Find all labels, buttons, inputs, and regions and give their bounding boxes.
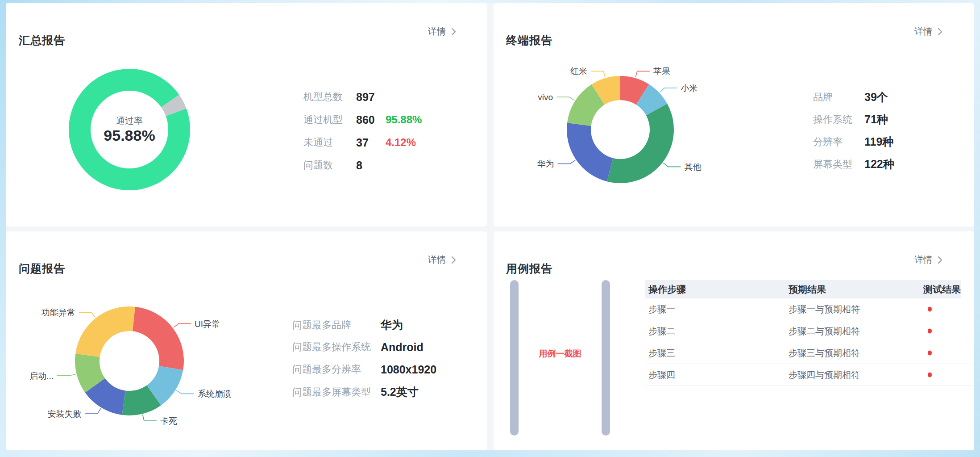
terminal-report-panel: 终端报告 详情 苹果小米其他华为vivo红米 品牌39个操作系统71种分辨率11… — [494, 3, 974, 226]
table-row: 步骤四步骤四与预期相符 — [645, 364, 974, 386]
table-row: 步骤一步骤一与预期相符 — [645, 298, 974, 320]
table-bottom-border — [645, 433, 974, 433]
column-header-step: 操作步骤 — [648, 283, 686, 296]
step-cell: 步骤一 — [648, 303, 675, 315]
detail-link-case[interactable]: 详情 — [914, 254, 943, 266]
stat-row: 问题最多分辨率1080x1920 — [292, 363, 436, 376]
stat-value: 华为 — [381, 318, 403, 332]
label-leader-line-其他 — [663, 163, 681, 167]
stat-value: Android — [381, 341, 424, 354]
stat-row: 分辨率119种 — [813, 134, 893, 149]
stat-row: 机型总数897 — [303, 90, 386, 104]
screenshot-frame-right-bar — [602, 280, 610, 436]
stat-label: 品牌 — [813, 90, 864, 104]
stat-label: 问题最多屏幕类型 — [292, 385, 381, 398]
slice-label-系统崩溃: 系统崩溃 — [198, 389, 232, 398]
stat-row: 问题最多操作系统Android — [292, 340, 424, 354]
table-body: 步骤一步骤一与预期相符步骤二步骤二与预期相符步骤三步骤三与预期相符步骤四步骤四与… — [645, 298, 974, 386]
stat-value: 860 — [356, 113, 386, 126]
label-leader-line-华为 — [558, 160, 576, 164]
stat-value: 1080x1920 — [381, 363, 436, 376]
dashboard-board: 汇总报告 详情 通过率95.88% 机型总数897通过机型86095.88%未通… — [6, 3, 974, 450]
label-leader-line-红米 — [591, 71, 605, 77]
slice-label-功能异常: 功能异常 — [42, 308, 75, 317]
label-leader-line-启动... — [57, 374, 76, 376]
case-steps-table: 操作步骤 预期结果 测试结果 步骤一步骤一与预期相符步骤二步骤二与预期相符步骤三… — [645, 280, 974, 386]
stat-row: 屏幕类型122种 — [813, 157, 894, 172]
stat-label: 通过机型 — [303, 113, 356, 126]
case-screenshot-label: 用例一截图 — [519, 348, 602, 360]
stat-value: 8 — [356, 159, 386, 172]
stat-row: 未通过374.12% — [303, 136, 416, 149]
chevron-right-icon — [938, 256, 943, 264]
stat-row: 品牌39个 — [813, 90, 888, 105]
expected-result-cell: 步骤三与预期相符 — [789, 347, 860, 359]
step-cell: 步骤三 — [648, 347, 675, 359]
step-cell: 步骤二 — [648, 325, 675, 337]
step-cell: 步骤四 — [648, 369, 675, 381]
test-result-dot — [928, 307, 932, 312]
column-header-result: 测试结果 — [923, 283, 961, 296]
stat-percentage: 4.12% — [386, 136, 416, 149]
donut-segment-功能异常 — [75, 306, 135, 357]
test-result-dot — [928, 373, 932, 377]
expected-result-cell: 步骤二与预期相符 — [789, 325, 860, 337]
stat-row: 通过机型86095.88% — [303, 113, 422, 126]
stat-label: 问题数 — [303, 159, 356, 172]
donut-segment-其他 — [607, 104, 674, 183]
stat-value: 122种 — [864, 157, 894, 172]
donut-segment-华为 — [567, 123, 613, 181]
label-leader-line-UI异常 — [174, 324, 191, 327]
slice-label-UI异常: UI异常 — [195, 319, 220, 329]
slice-label-启动...: 启动... — [29, 371, 54, 381]
case-report-panel: 用例报告 详情 用例一截图 操作步骤 预期结果 测试结果 步骤一步骤一与预期相符… — [494, 231, 974, 450]
stat-value: 37 — [356, 136, 386, 149]
label-leader-line-系统崩溃 — [176, 390, 194, 394]
column-header-expected: 预期结果 — [789, 283, 826, 296]
stat-label: 未通过 — [303, 136, 356, 149]
stat-row: 问题数8 — [303, 159, 386, 172]
stat-value: 5.2英寸 — [381, 385, 419, 399]
slice-label-小米: 小米 — [681, 84, 698, 93]
slice-label-苹果: 苹果 — [653, 67, 670, 76]
expected-result-cell: 步骤一与预期相符 — [789, 303, 860, 315]
screenshot-frame-left-bar — [510, 280, 519, 436]
slice-label-红米: 红米 — [570, 67, 587, 76]
test-result-dot — [928, 351, 932, 356]
slice-label-卡死: 卡死 — [160, 416, 177, 426]
expected-result-cell: 步骤四与预期相符 — [789, 369, 860, 381]
stat-label: 分辨率 — [813, 135, 864, 148]
stat-value: 71种 — [864, 112, 888, 127]
detail-label: 详情 — [914, 254, 932, 266]
label-leader-line-卡死 — [143, 415, 157, 421]
terminal-brand-donut-chart: 苹果小米其他华为vivo红米 — [494, 3, 974, 226]
stat-value: 39个 — [864, 90, 888, 105]
summary-report-panel: 汇总报告 详情 通过率95.88% 机型总数897通过机型86095.88%未通… — [6, 3, 487, 226]
slice-label-华为: 华为 — [537, 159, 554, 168]
table-header-row: 操作步骤 预期结果 测试结果 — [645, 280, 974, 298]
stat-row: 问题最多品牌华为 — [292, 318, 403, 332]
stat-percentage: 95.88% — [386, 113, 422, 126]
label-leader-line-功能异常 — [79, 312, 96, 317]
label-leader-line-vivo — [556, 97, 574, 101]
stat-label: 操作系统 — [813, 113, 864, 126]
stat-row: 操作系统71种 — [813, 112, 888, 127]
donut-center-label: 通过率 — [116, 116, 143, 126]
stat-value: 897 — [356, 91, 386, 104]
donut-center-value: 95.88% — [104, 127, 155, 144]
stat-label: 机型总数 — [303, 90, 356, 104]
label-leader-line-苹果 — [635, 71, 650, 77]
stat-row: 问题最多屏幕类型5.2英寸 — [292, 385, 419, 399]
stat-label: 屏幕类型 — [813, 157, 864, 171]
panel-title-case: 用例报告 — [506, 261, 552, 276]
issue-report-panel: 问题报告 详情 UI异常系统崩溃卡死安装失败启动...功能异常 问题最多品牌华为… — [6, 231, 487, 450]
label-leader-line-小米 — [660, 88, 677, 92]
table-row: 步骤三步骤三与预期相符 — [645, 342, 974, 364]
slice-label-安装失败: 安装失败 — [48, 409, 82, 419]
slice-label-其他: 其他 — [684, 162, 701, 172]
stat-value: 119种 — [864, 134, 893, 149]
table-row: 步骤二步骤二与预期相符 — [645, 320, 974, 342]
stat-label: 问题最多操作系统 — [292, 340, 381, 354]
donut-segment-UI异常 — [133, 307, 184, 370]
label-leader-line-安装失败 — [85, 408, 101, 414]
